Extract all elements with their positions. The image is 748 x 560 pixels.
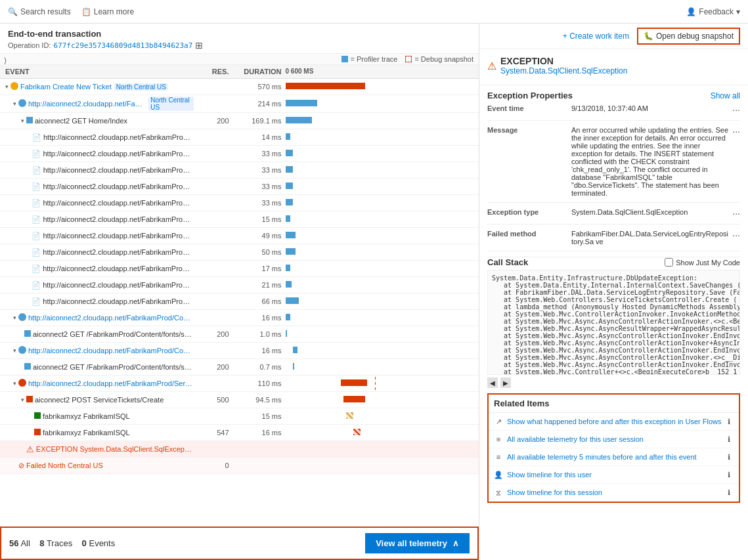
table-row[interactable]: 📄 http://aiconnect2.cloudapp.net/Fabrika… [0, 195, 479, 211]
table-row[interactable]: 📄 http://aiconnect2.cloudapp.net/Fabrika… [0, 162, 479, 179]
info-icon[interactable]: ℹ [724, 470, 734, 479]
table-row[interactable]: ⊘ Failed North Central US 0 [0, 458, 479, 474]
view-all-telemetry-button[interactable]: View all telemetry ∧ [365, 533, 470, 553]
dur-cell: 94.5 ms [233, 396, 286, 404]
show-just-my-code-checkbox[interactable]: Show Just My Code [665, 258, 740, 267]
event-cell: fabrikamxyz FabrikamISQL [0, 412, 194, 420]
show-all-link[interactable]: Show all [711, 91, 740, 100]
event-label[interactable]: http://aiconnect2.cloudapp.net/FabrikamP… [43, 232, 193, 240]
table-row[interactable]: 📄 http://aiconnect2.cloudapp.net/Fabrika… [0, 179, 479, 195]
scroll-left-btn[interactable]: ◀ [487, 377, 498, 388]
event-label[interactable]: http://aiconnect2.cloudapp.net/FabrikamP… [43, 166, 194, 174]
event-label[interactable]: aiconnect2 GET /FabrikamProd/Content/fon… [33, 363, 194, 371]
expand-icon[interactable]: ▾ [11, 347, 18, 355]
learn-more-btn[interactable]: 📋 Learn more [81, 7, 134, 16]
prop-menu-icon[interactable]: ··· [732, 126, 740, 137]
event-label[interactable]: http://aiconnect2.cloudapp.net/FabrikamP… [28, 347, 194, 355]
event-label[interactable]: aiconnect2 GET /FabrikamProd/Content/fon… [33, 330, 194, 338]
event-label[interactable]: Failed North Central US [26, 462, 103, 469]
table-row[interactable]: 📄 http://aiconnect2.cloudapp.net/Fabrika… [0, 129, 479, 146]
related-item[interactable]: 👤 Show timeline for this user ℹ [489, 466, 739, 484]
timeline-bar [286, 314, 290, 320]
prop-menu-icon[interactable]: ··· [732, 230, 740, 240]
event-label[interactable]: http://aiconnect2.cloudapp.net/FabrikamP… [43, 281, 193, 289]
just-my-code-input[interactable] [665, 258, 673, 267]
table-row[interactable]: 📄 http://aiconnect2.cloudapp.net/Fabrika… [0, 228, 479, 244]
event-label[interactable]: http://aiconnect2.cloudapp.net/FabrikamP… [43, 133, 194, 141]
top-bar-left: 🔍 Search results 📋 Learn more [8, 7, 134, 16]
table-row[interactable]: aiconnect2 GET /FabrikamProd/Content/fon… [0, 326, 479, 343]
table-row[interactable]: ▾ http://aiconnect2.cloudapp.net/Fabrika… [0, 95, 479, 113]
event-label[interactable]: fabrikamxyz FabrikamISQL [43, 429, 130, 437]
expand-icon[interactable]: ▾ [3, 83, 11, 91]
table-row[interactable]: 📄 http://aiconnect2.cloudapp.net/Fabrika… [0, 211, 479, 228]
callstack-text[interactable]: System.Data.Entity.Infrastructure.DbUpda… [487, 270, 740, 375]
event-label[interactable]: http://aiconnect2.cloudapp.net/FabrikamP… [28, 379, 194, 387]
table-row[interactable]: ▾ aiconnect2 POST ServiceTickets/Create … [0, 392, 479, 408]
table-row[interactable]: ▾ http://aiconnect2.cloudapp.net/Fabrika… [0, 376, 479, 392]
label-events: Events [89, 538, 115, 548]
timeline-bar [293, 347, 297, 353]
table-row[interactable]: 📄 http://aiconnect2.cloudapp.net/Fabrika… [0, 277, 479, 293]
expand-icon[interactable]: ▾ [18, 117, 26, 125]
related-item[interactable]: ≡ All available telemetry for this user … [489, 431, 739, 448]
table-row[interactable]: ▾ http://aiconnect2.cloudapp.net/Fabrika… [0, 343, 479, 359]
table-row[interactable]: 📄 http://aiconnect2.cloudapp.net/Fabrika… [0, 244, 479, 261]
event-label[interactable]: aiconnect2 GET Home/Index [35, 117, 127, 125]
event-label[interactable]: http://aiconnect2.cloudapp.net/FabrikamP… [43, 265, 193, 272]
table-row[interactable]: 📄 http://aiconnect2.cloudapp.net/Fabrika… [0, 261, 479, 277]
event-label[interactable]: http://aiconnect2.cloudapp.net/FabrikamP… [28, 100, 146, 108]
related-item[interactable]: ⧖ Show timeline for this session ℹ [489, 484, 739, 502]
expand-icon[interactable]: ▾ [11, 314, 18, 322]
table-row[interactable]: 📄 http://aiconnect2.cloudapp.net/Fabrika… [0, 293, 479, 310]
event-label[interactable]: http://aiconnect2.cloudapp.net/FabrikamP… [43, 150, 193, 158]
create-work-item-btn[interactable]: + Create work item [563, 32, 629, 41]
prop-label: Event time [487, 104, 566, 112]
event-label[interactable]: EXCEPTION System.Data.SqlClient.SqlExcep… [36, 445, 194, 453]
feedback-btn[interactable]: 👤 Feedback ▾ [686, 7, 740, 16]
expand-icon[interactable]: ▾ [11, 379, 18, 387]
table-row[interactable]: fabrikamxyz FabrikamISQL 547 16 ms [0, 425, 479, 441]
row-icon [18, 99, 26, 108]
timeline-area[interactable]: ▾ Fabrikam Create New Ticket North Centr… [0, 79, 479, 527]
event-label[interactable]: http://aiconnect2.cloudapp.net/FabrikamP… [43, 183, 193, 190]
related-item[interactable]: ≡ All available telemetry 5 minutes befo… [489, 448, 739, 466]
search-results-btn[interactable]: 🔍 Search results [8, 7, 71, 16]
event-label[interactable]: Fabrikam Create New Ticket [20, 83, 112, 91]
table-row[interactable]: ▾ http://aiconnect2.cloudapp.net/Fabrika… [0, 310, 479, 326]
related-item-icon: 👤 [494, 470, 503, 479]
table-row[interactable]: aiconnect2 GET /FabrikamProd/Content/fon… [0, 359, 479, 376]
expand-icon[interactable]: ▾ [11, 100, 18, 108]
info-icon[interactable]: ℹ [724, 417, 734, 426]
table-row[interactable]: ▾ aiconnect2 GET Home/Index 200 169.1 ms [0, 113, 479, 129]
timeline-cell [286, 459, 479, 472]
event-label[interactable]: http://aiconnect2.cloudapp.net/FabrikamP… [28, 314, 194, 322]
info-icon[interactable]: ℹ [724, 435, 734, 444]
event-label[interactable]: http://aiconnect2.cloudapp.net/FabrikamP… [43, 199, 193, 207]
timeline-bar [286, 330, 287, 337]
info-icon[interactable]: ℹ [724, 452, 734, 462]
prop-menu-icon[interactable]: ··· [732, 104, 740, 115]
open-debug-snapshot-button[interactable]: 🐛 Open debug snapshot [637, 28, 740, 45]
region-badge: North Central US [114, 83, 168, 91]
create-work-item-label: + Create work item [563, 32, 629, 41]
event-label[interactable]: fabrikamxyz FabrikamISQL [43, 412, 130, 420]
info-icon[interactable]: ℹ [724, 488, 734, 497]
event-label[interactable]: aiconnect2 POST ServiceTickets/Create [35, 396, 164, 404]
expand-icon[interactable]: ▾ [18, 396, 26, 404]
event-label[interactable]: http://aiconnect2.cloudapp.net/FabrikamP… [43, 297, 193, 305]
expand-collapse-icon[interactable]: ⟩ [4, 56, 7, 65]
legend-bar: ⟩ = Profiler trace = Debug snapshot [0, 54, 479, 65]
table-row[interactable]: 📄 http://aiconnect2.cloudapp.net/Fabrika… [0, 146, 479, 162]
scroll-right-btn[interactable]: ▶ [500, 377, 511, 388]
timeline-cell [286, 377, 479, 390]
event-label[interactable]: http://aiconnect2.cloudapp.net/FabrikamP… [43, 215, 193, 223]
timeline-bar [346, 412, 353, 419]
table-row[interactable]: ⚠ EXCEPTION System.Data.SqlClient.SqlExc… [0, 441, 479, 458]
table-row[interactable]: fabrikamxyz FabrikamISQL 15 ms [0, 408, 479, 425]
prop-menu-icon[interactable]: ··· [732, 208, 740, 219]
properties-section[interactable]: Exception Properties Show all Event time… [479, 85, 748, 560]
event-label[interactable]: http://aiconnect2.cloudapp.net/FabrikamP… [43, 248, 193, 256]
table-row[interactable]: ▾ Fabrikam Create New Ticket North Centr… [0, 79, 479, 95]
related-item[interactable]: ↗ Show what happened before and after th… [489, 413, 739, 431]
